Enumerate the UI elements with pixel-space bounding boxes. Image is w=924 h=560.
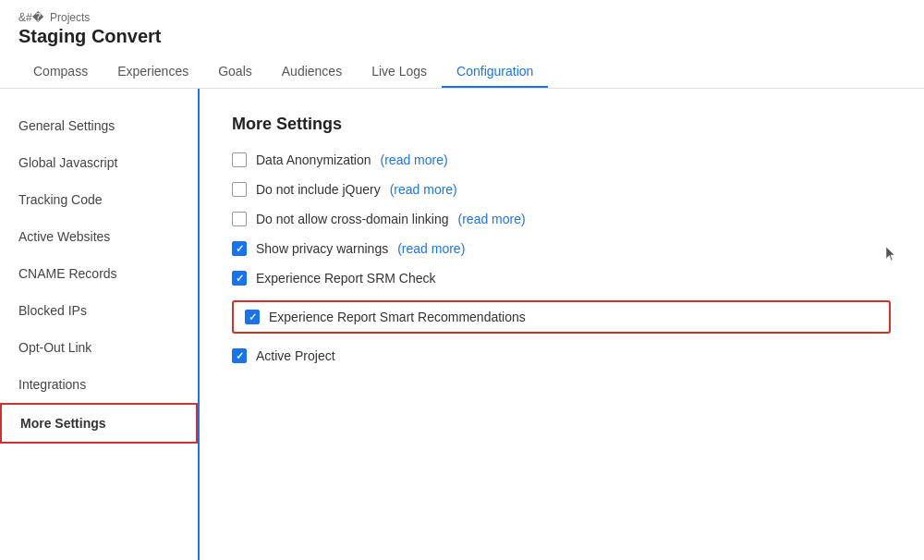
setting-label-privacy-warnings: Show privacy warnings: [256, 241, 388, 256]
sidebar-item-more-settings[interactable]: More Settings: [0, 403, 198, 444]
tab-compass[interactable]: Compass: [18, 56, 103, 88]
setting-label-active-project: Active Project: [256, 348, 335, 363]
setting-privacy-warnings: Show privacy warnings (read more): [232, 241, 891, 256]
tab-goals[interactable]: Goals: [203, 56, 267, 88]
read-more-data-anonymization[interactable]: (read more): [381, 152, 448, 167]
setting-label-no-jquery: Do not include jQuery: [256, 182, 381, 197]
checkbox-srm-check[interactable]: [232, 271, 247, 286]
setting-no-jquery: Do not include jQuery (read more): [232, 182, 891, 197]
project-title: Staging Convert: [18, 26, 906, 47]
read-more-no-jquery[interactable]: (read more): [390, 182, 457, 197]
setting-data-anonymization: Data Anonymization (read more): [232, 152, 891, 167]
checkbox-no-cross-domain[interactable]: [232, 212, 247, 226]
content-title: More Settings: [232, 115, 891, 134]
setting-active-project: Active Project: [232, 348, 891, 363]
read-more-privacy-warnings[interactable]: (read more): [397, 241, 465, 256]
checkbox-data-anonymization[interactable]: [232, 152, 247, 167]
sidebar-item-opt-out-link[interactable]: Opt-Out Link: [0, 329, 198, 366]
setting-label-srm-check: Experience Report SRM Check: [256, 271, 436, 286]
sidebar-item-active-websites[interactable]: Active Websites: [0, 218, 198, 255]
sidebar-item-tracking-code[interactable]: Tracking Code: [0, 181, 198, 218]
setting-no-cross-domain: Do not allow cross-domain linking (read …: [232, 212, 891, 226]
setting-label-smart-recommendations: Experience Report Smart Recommendations: [269, 310, 526, 324]
tab-live-logs[interactable]: Live Logs: [357, 56, 442, 88]
sidebar: General Settings Global Javascript Track…: [0, 89, 199, 560]
tab-audiences[interactable]: Audiences: [267, 56, 357, 88]
sidebar-item-cname-records[interactable]: CNAME Records: [0, 255, 198, 292]
breadcrumb-parent[interactable]: &#� Projects: [18, 11, 93, 24]
checkbox-privacy-warnings[interactable]: [232, 241, 247, 256]
tab-configuration[interactable]: Configuration: [442, 56, 548, 88]
checkbox-no-jquery[interactable]: [232, 182, 247, 197]
sidebar-item-global-javascript[interactable]: Global Javascript: [0, 144, 198, 181]
setting-label-no-cross-domain: Do not allow cross-domain linking: [256, 212, 449, 226]
settings-list: Data Anonymization (read more) Do not in…: [232, 152, 891, 363]
main-content: More Settings Data Anonymization (read m…: [199, 89, 924, 560]
sidebar-item-blocked-ips[interactable]: Blocked IPs: [0, 292, 198, 329]
breadcrumb: &#� Projects: [18, 11, 906, 24]
read-more-no-cross-domain[interactable]: (read more): [458, 212, 526, 226]
setting-smart-recommendations: Experience Report Smart Recommendations: [232, 300, 891, 334]
main-nav: Compass Experiences Goals Audiences Live…: [18, 56, 906, 88]
setting-label-data-anonymization: Data Anonymization: [256, 152, 371, 167]
sidebar-item-general-settings[interactable]: General Settings: [0, 107, 198, 144]
checkbox-active-project[interactable]: [232, 348, 247, 363]
setting-srm-check: Experience Report SRM Check: [232, 271, 891, 286]
tab-experiences[interactable]: Experiences: [103, 56, 203, 88]
sidebar-item-integrations[interactable]: Integrations: [0, 366, 198, 403]
checkbox-smart-recommendations[interactable]: [245, 310, 260, 324]
